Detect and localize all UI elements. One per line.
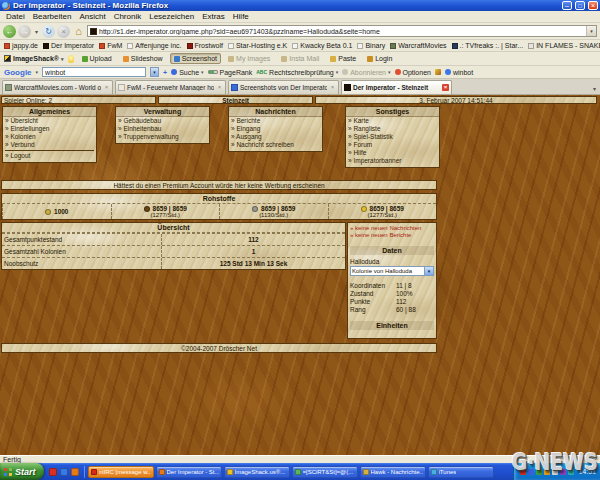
toolbar-button-icon bbox=[174, 56, 180, 62]
bookmark-item[interactable]: Kwacky Beta 0.1 bbox=[292, 42, 352, 49]
subscribe-button[interactable]: Abonnieren bbox=[342, 69, 390, 76]
row-value: 112 bbox=[162, 236, 345, 243]
taskbar-button[interactable]: Der Imperator - St... bbox=[156, 466, 222, 478]
game-menu-link[interactable]: Truppenverwaltung bbox=[116, 133, 209, 141]
select-arrow-icon[interactable] bbox=[424, 267, 433, 275]
winbot-button[interactable]: winbot bbox=[445, 69, 473, 76]
start-button[interactable]: Start bbox=[0, 463, 44, 480]
browser-tab[interactable]: FwM - Feuerwehr Manager hosted by... bbox=[115, 80, 226, 94]
menu-item[interactable]: Extras bbox=[198, 12, 229, 21]
notice-text[interactable]: keine neuen Nachrichten bbox=[350, 225, 434, 232]
menu-item[interactable]: Bearbeiten bbox=[29, 12, 76, 21]
tab-close-icon[interactable] bbox=[329, 84, 336, 91]
list-all-tabs-icon[interactable] bbox=[593, 85, 598, 94]
taskbar-button[interactable]: =[SCiRT&St]=@(... bbox=[292, 466, 358, 478]
home-icon[interactable] bbox=[72, 25, 85, 38]
imageshack-toolbar-button[interactable]: Slideshow bbox=[119, 53, 167, 64]
taskbar-button[interactable]: ImageShack.us®... bbox=[224, 466, 290, 478]
pagerank-indicator[interactable]: PageRank bbox=[208, 69, 253, 76]
game-menu-link[interactable]: Nachricht schreiben bbox=[229, 141, 322, 149]
menu-item[interactable]: Ansicht bbox=[75, 12, 109, 21]
game-menu-link[interactable]: Imperatorbanner bbox=[346, 157, 439, 165]
notice-text[interactable]: keine neuen Berichte bbox=[350, 232, 434, 239]
google-search-value[interactable]: winbot bbox=[45, 69, 143, 76]
bookmark-item[interactable]: WarcraftMovies bbox=[390, 42, 446, 49]
imageshack-toolbar-button[interactable]: Screenshot bbox=[170, 53, 221, 64]
taskbar-button[interactable]: Hawk - Nachrichte... bbox=[360, 466, 426, 478]
bookmark-item[interactable]: Binary bbox=[357, 42, 385, 49]
stop-icon[interactable] bbox=[57, 25, 70, 38]
forward-icon[interactable] bbox=[18, 25, 31, 38]
url-dropdown-icon[interactable] bbox=[586, 26, 596, 36]
bookmark-item[interactable]: Frostwolf bbox=[187, 42, 223, 49]
url-text[interactable]: http://s1.der-imperator.org/game.php?sid… bbox=[99, 28, 584, 35]
browser-tab[interactable]: WarcraftMovies.com - World of Warcr... bbox=[2, 80, 113, 94]
google-logo[interactable]: Google bbox=[4, 68, 32, 77]
menu-box-verwaltung: Verwaltung GebäudebauEinheitenbauTruppen… bbox=[115, 106, 210, 144]
taskbar-button[interactable]: mIRC [message w... bbox=[88, 466, 154, 478]
chevron-down-icon bbox=[61, 56, 64, 62]
options-button[interactable]: Optionen bbox=[395, 69, 431, 76]
quick-launch-icon[interactable] bbox=[49, 468, 57, 476]
minimize-button[interactable] bbox=[562, 1, 572, 10]
quick-launch-icon[interactable] bbox=[71, 468, 79, 476]
menu-item[interactable]: Hilfe bbox=[229, 12, 253, 21]
game-menu-link[interactable]: Ausgang bbox=[229, 133, 322, 141]
game-menu-link[interactable]: Hilfe bbox=[346, 149, 439, 157]
chevron-down-icon bbox=[388, 69, 391, 75]
game-menu-link[interactable]: Logout bbox=[3, 152, 96, 160]
menu-item[interactable]: Datei bbox=[2, 12, 29, 21]
menu-item[interactable]: Lesezeichen bbox=[145, 12, 198, 21]
bulb-icon[interactable] bbox=[68, 55, 74, 63]
bookmark-item[interactable]: Affenjunge inc. bbox=[127, 42, 181, 49]
game-menu-link[interactable]: Verbund bbox=[3, 141, 96, 149]
maximize-button[interactable] bbox=[575, 1, 585, 10]
google-suche-button[interactable]: Suche bbox=[171, 69, 203, 76]
browser-tab[interactable]: Screenshots von Der Imperator - Gala... bbox=[228, 80, 339, 94]
game-menu-link[interactable]: Rangliste bbox=[346, 125, 439, 133]
colony-select[interactable]: Kolonie von Halloduda bbox=[350, 266, 434, 276]
window-titlebar[interactable]: Der Imperator - Steinzeit - Mozilla Fire… bbox=[0, 0, 600, 11]
imageshack-toolbar-button[interactable]: My Images bbox=[224, 53, 274, 64]
bookmark-item[interactable]: IN FLAMES - SNAKE bbox=[528, 42, 600, 49]
game-menu-link[interactable]: Übersicht bbox=[3, 117, 96, 125]
history-dropdown-icon[interactable] bbox=[33, 25, 40, 38]
quick-launch-icon[interactable] bbox=[60, 468, 68, 476]
imageshack-brand[interactable]: ImageShack® bbox=[4, 55, 64, 62]
game-menu-link[interactable]: Eingang bbox=[229, 125, 322, 133]
tab-close-icon[interactable] bbox=[216, 84, 223, 91]
chevron-down-icon[interactable] bbox=[36, 69, 39, 75]
bookmark-item[interactable]: Star-Hosting e.K bbox=[228, 42, 287, 49]
close-button[interactable] bbox=[588, 1, 598, 10]
browser-tab[interactable]: Der Imperator - Steinzeit bbox=[341, 80, 452, 94]
spellcheck-button[interactable]: Rechtschreibprüfung bbox=[256, 69, 338, 76]
plus-icon[interactable] bbox=[163, 69, 167, 76]
game-menu-link[interactable]: Gebäudebau bbox=[116, 117, 209, 125]
imageshack-toolbar-button[interactable]: Insta Mail bbox=[277, 53, 323, 64]
highlighter-icon[interactable] bbox=[435, 69, 441, 75]
bookmark-item[interactable]: FwM bbox=[99, 42, 122, 49]
taskbar-button[interactable]: iTunes bbox=[428, 466, 494, 478]
reload-icon[interactable] bbox=[42, 25, 55, 38]
google-search-input[interactable]: winbot bbox=[42, 67, 146, 77]
game-menu-link[interactable]: Spiel-Statistik bbox=[346, 133, 439, 141]
back-icon[interactable] bbox=[3, 25, 16, 38]
game-menu-link[interactable]: Berichte bbox=[229, 117, 322, 125]
bookmark-item[interactable]: jappy.de bbox=[4, 42, 38, 49]
imageshack-toolbar-button[interactable]: Login bbox=[363, 53, 396, 64]
game-menu-link[interactable]: Kolonien bbox=[3, 133, 96, 141]
game-menu-link[interactable]: Karte bbox=[346, 117, 439, 125]
game-menu-link[interactable]: Forum bbox=[346, 141, 439, 149]
search-dropdown-icon[interactable] bbox=[150, 67, 159, 77]
game-menu-link[interactable]: Einstellungen bbox=[3, 125, 96, 133]
game-era-title: Steinzeit bbox=[158, 96, 313, 104]
bookmark-item[interactable]: Der Imperator bbox=[43, 42, 94, 49]
menu-item[interactable]: Chronik bbox=[110, 12, 146, 21]
bookmark-item[interactable]: .: TVfreaks :. | Star... bbox=[452, 42, 524, 49]
imageshack-toolbar-button[interactable]: Paste bbox=[326, 53, 360, 64]
tab-close-icon[interactable] bbox=[103, 84, 110, 91]
url-bar[interactable]: http://s1.der-imperator.org/game.php?sid… bbox=[87, 25, 597, 37]
game-menu-link[interactable]: Einheitenbau bbox=[116, 125, 209, 133]
tab-close-icon[interactable] bbox=[442, 84, 449, 91]
imageshack-toolbar-button[interactable]: Upload bbox=[78, 53, 116, 64]
